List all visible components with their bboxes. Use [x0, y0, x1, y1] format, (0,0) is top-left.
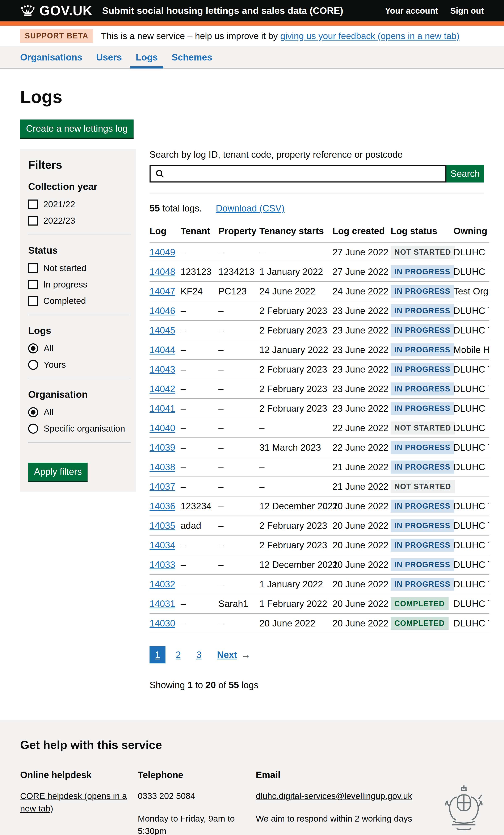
checkbox[interactable]: [28, 263, 38, 273]
cell-property: –: [218, 535, 259, 555]
status-badge: In progress: [390, 343, 454, 357]
pagination-page[interactable]: 1: [149, 646, 165, 664]
cell-tenancy-starts: 1 February 2022: [259, 594, 332, 613]
phase-banner-prefix: This is a new service – help us improve …: [101, 31, 280, 41]
pagination-next[interactable]: Next: [217, 650, 237, 660]
service-name-link[interactable]: Submit social housing lettings and sales…: [102, 5, 343, 16]
log-id-link[interactable]: 14049: [149, 247, 175, 257]
your-account-link[interactable]: Your account: [385, 6, 438, 16]
log-id-link[interactable]: 14048: [149, 266, 175, 277]
checkbox-option[interactable]: Not started: [28, 263, 130, 273]
log-id-link[interactable]: 14041: [149, 403, 175, 413]
govuk-header: GOV.UK Submit social housing lettings an…: [0, 0, 504, 21]
log-id-link[interactable]: 14032: [149, 579, 175, 589]
status-badge: In progress: [390, 441, 454, 454]
radio-button[interactable]: [28, 424, 38, 434]
checkbox-option[interactable]: In progress: [28, 280, 130, 290]
checkbox[interactable]: [28, 280, 38, 289]
cell-tenant: –: [181, 340, 218, 360]
checkbox[interactable]: [28, 200, 38, 209]
search-input[interactable]: [149, 165, 446, 183]
log-id-link[interactable]: 14034: [149, 540, 175, 550]
log-id-link[interactable]: 14043: [149, 364, 175, 374]
crown-icon: [20, 5, 35, 17]
email-link[interactable]: dluhc.digital-services@levellingup.gov.u…: [256, 791, 412, 801]
create-lettings-log-button[interactable]: Create a new lettings log: [20, 120, 134, 138]
cell-tenancy-starts: 2 February 2023: [259, 535, 332, 555]
cell-tenant: –: [181, 437, 218, 457]
cell-log-status: In progress: [390, 496, 453, 516]
cell-tenancy-starts: 2 February 2023: [259, 399, 332, 418]
cell-log-created: 21 June 2022: [332, 477, 390, 496]
download-csv-link[interactable]: Download (CSV): [216, 203, 285, 213]
log-id-link[interactable]: 14030: [149, 618, 175, 628]
radio-button[interactable]: [28, 407, 38, 417]
showing-mid1: to: [193, 680, 206, 690]
log-id-link[interactable]: 14035: [149, 521, 175, 531]
log-id-link[interactable]: 14040: [149, 423, 175, 433]
log-id-link[interactable]: 14038: [149, 462, 175, 472]
cell-log-created: 22 June 2022: [332, 418, 390, 437]
pagination-page[interactable]: 2: [170, 646, 186, 664]
helpdesk-link[interactable]: CORE helpdesk (opens in a new tab): [20, 791, 127, 813]
table-row: 14048 123123 1234213 1 January 2022 27 J…: [149, 262, 489, 281]
cell-tenancy-starts: 2 February 2023: [259, 516, 332, 535]
cell-log-created: 24 June 2022: [332, 281, 390, 301]
log-id-link[interactable]: 14046: [149, 306, 175, 316]
radio-option[interactable]: Specific organisation: [28, 424, 130, 434]
cell-log-status: In progress: [390, 321, 453, 340]
radio-option[interactable]: All: [28, 407, 130, 417]
table-row: 14035 adad – 2 February 2023 20 June 202…: [149, 516, 489, 535]
arrow-right-icon: →: [241, 650, 250, 660]
radio-button[interactable]: [28, 360, 38, 370]
cell-log-status: In progress: [390, 457, 453, 477]
log-id-link[interactable]: 14031: [149, 598, 175, 609]
nav-tab-organisations[interactable]: Organisations: [20, 46, 82, 68]
status-badge: Not started: [390, 480, 455, 493]
radio-option[interactable]: Yours: [28, 360, 130, 370]
log-id-link[interactable]: 14042: [149, 384, 175, 394]
log-id-link[interactable]: 14045: [149, 325, 175, 335]
table-header-row: Log Tenant Property Tenancy starts Log c…: [149, 223, 489, 242]
log-id-link[interactable]: 14033: [149, 559, 175, 570]
nav-tab-users[interactable]: Users: [96, 46, 122, 68]
govuk-logo[interactable]: GOV.UK: [20, 3, 93, 19]
checkbox-option[interactable]: 2021/22: [28, 199, 130, 209]
status-badge: In progress: [390, 500, 454, 513]
cell-owning-organisation: [453, 477, 489, 496]
radio-label: Specific organisation: [44, 424, 125, 434]
cell-log-created: 20 June 2022: [332, 555, 390, 574]
log-id-link[interactable]: 14037: [149, 481, 175, 492]
cell-property: –: [218, 574, 259, 594]
cell-property: –: [218, 477, 259, 496]
cell-tenant: 123123: [181, 262, 218, 281]
cell-log-status: In progress: [390, 574, 453, 594]
search-button[interactable]: Search: [446, 165, 484, 183]
nav-tab-schemes[interactable]: Schemes: [172, 46, 212, 68]
log-id-link[interactable]: 14039: [149, 442, 175, 452]
checkbox[interactable]: [28, 216, 38, 226]
phase-banner-text: This is a new service – help us improve …: [101, 31, 460, 41]
checkbox-option[interactable]: Completed: [28, 296, 130, 306]
apply-filters-button[interactable]: Apply filters: [28, 463, 87, 481]
footer-heading: Get help with this service: [20, 738, 484, 752]
col-header-log-created: Log created: [332, 223, 390, 242]
log-id-link[interactable]: 14047: [149, 286, 175, 296]
log-id-link[interactable]: 14036: [149, 501, 175, 511]
cell-owning-organisation: DLUHC: [453, 418, 489, 437]
cell-owning-organisation: DLUHC Tes: [453, 516, 489, 535]
cell-owning-organisation: DLUHC: [453, 399, 489, 418]
telephone-heading: Telephone: [138, 770, 256, 780]
sign-out-link[interactable]: Sign out: [450, 6, 484, 16]
radio-button[interactable]: [28, 343, 38, 353]
radio-option[interactable]: All: [28, 343, 130, 353]
nav-tab-logs[interactable]: Logs: [136, 46, 158, 68]
checkbox-option[interactable]: 2022/23: [28, 216, 130, 226]
log-id-link[interactable]: 14044: [149, 345, 175, 355]
checkbox[interactable]: [28, 296, 38, 306]
footer-helpdesk-column: Online helpdesk CORE helpdesk (opens in …: [20, 770, 138, 835]
feedback-link[interactable]: giving us your feedback (opens in a new …: [280, 31, 460, 41]
cell-tenant: –: [181, 301, 218, 321]
cell-tenancy-starts: –: [259, 477, 332, 496]
pagination-page[interactable]: 3: [191, 646, 207, 664]
